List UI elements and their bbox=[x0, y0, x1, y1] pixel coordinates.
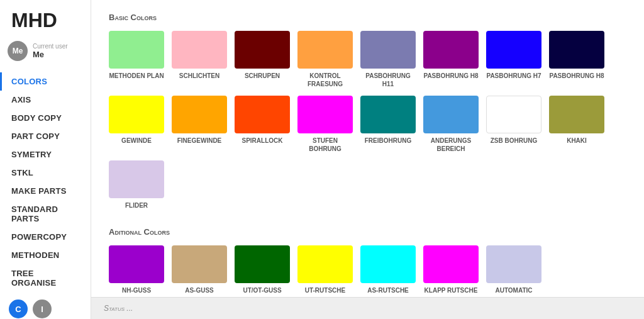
color-item-pasbohrung-h8-1[interactable]: Pasbohrung H8 bbox=[423, 31, 479, 88]
color-swatch-spirallock bbox=[235, 96, 290, 133]
color-item-flider[interactable]: Flider bbox=[109, 160, 164, 210]
color-item-kontrol-fraesung[interactable]: Kontrol Fraesung bbox=[297, 31, 353, 88]
sidebar-item-part-copy[interactable]: Part Copy bbox=[0, 127, 91, 145]
color-label-pasbohrung-h7: Pasbohrung H7 bbox=[486, 72, 541, 80]
color-label-freibohrung: Freibohrung bbox=[365, 137, 411, 145]
color-swatch-kontrol-fraesung bbox=[297, 31, 353, 69]
color-item-freibohrung[interactable]: Freibohrung bbox=[360, 96, 416, 153]
color-label-finegewinde: Finegewinde bbox=[177, 137, 222, 145]
color-swatch-finegewinde bbox=[172, 96, 227, 133]
color-item-automatic[interactable]: Automatic bbox=[486, 245, 541, 294]
sidebar-item-axis[interactable]: Axis bbox=[0, 91, 91, 109]
color-item-anderungs-bereich[interactable]: Anderungs Bereich bbox=[423, 96, 479, 153]
color-swatch-zsb-bohrung bbox=[486, 96, 541, 133]
color-label-klapp-rutsche: Klapp Rutsche bbox=[425, 286, 478, 294]
color-swatch-freibohrung bbox=[360, 96, 416, 133]
color-swatch-khaki bbox=[549, 96, 604, 133]
color-swatch-schlichten bbox=[172, 31, 227, 69]
color-item-pasbohrung-h7[interactable]: Pasbohrung H7 bbox=[486, 31, 541, 88]
color-item-stufen-bohrung[interactable]: Stufen Bohrung bbox=[297, 96, 353, 153]
basic-colors-grid: Methoden PlanSchlichtenSchrupenKontrol F… bbox=[109, 31, 626, 210]
nav-menu: ColorsAxisBody copyPart CopySymetrySTKLM… bbox=[0, 72, 91, 292]
sidebar-item-body-copy[interactable]: Body copy bbox=[0, 109, 91, 127]
bottom-btn-i[interactable]: I bbox=[33, 299, 52, 318]
color-label-as-rutsche: AS-Rutsche bbox=[367, 286, 409, 294]
color-label-pasbohrung-h8-1: Pasbohrung H8 bbox=[423, 72, 478, 80]
color-swatch-pasbohrung-h8-1 bbox=[423, 31, 479, 69]
color-swatch-schrupen bbox=[235, 31, 290, 69]
main-content: Basic colors Methoden PlanSchlichtenSchr… bbox=[91, 0, 644, 319]
color-label-spirallock: Spirallock bbox=[242, 137, 283, 145]
color-item-khaki[interactable]: Khaki bbox=[549, 96, 604, 153]
color-item-pasbohrung-h11[interactable]: Pasbohrung H11 bbox=[360, 31, 416, 88]
additional-colors-title: Aditional colors bbox=[109, 227, 626, 237]
basic-colors-title: Basic colors bbox=[109, 13, 626, 22]
current-user-label: Current user bbox=[33, 43, 68, 50]
color-label-ut-ot-guss: UT/OT-Guss bbox=[243, 286, 281, 294]
color-swatch-as-guss bbox=[172, 245, 227, 283]
color-item-as-rutsche[interactable]: AS-Rutsche bbox=[360, 245, 416, 294]
color-label-kontrol-fraesung: Kontrol Fraesung bbox=[297, 72, 353, 88]
color-swatch-stufen-bohrung bbox=[297, 96, 353, 133]
avatar: Me bbox=[8, 41, 28, 61]
color-label-gewinde: Gewinde bbox=[121, 137, 152, 145]
color-swatch-automatic bbox=[486, 245, 541, 283]
sidebar-item-symetry[interactable]: Symetry bbox=[0, 145, 91, 164]
color-item-schrupen[interactable]: Schrupen bbox=[235, 31, 290, 88]
color-swatch-as-rutsche bbox=[360, 245, 416, 283]
color-item-schlichten[interactable]: Schlichten bbox=[172, 31, 227, 88]
color-label-nh-guss: NH-Guss bbox=[122, 286, 151, 294]
color-label-anderungs-bereich: Anderungs Bereich bbox=[423, 137, 479, 153]
color-label-pasbohrung-h11: Pasbohrung H11 bbox=[360, 72, 416, 88]
color-label-stufen-bohrung: Stufen Bohrung bbox=[297, 137, 353, 153]
additional-colors-grid: NH-GussAS-GussUT/OT-GussUT-RutscheAS-Rut… bbox=[109, 245, 626, 294]
content-area: Basic colors Methoden PlanSchlichtenSchr… bbox=[91, 0, 644, 297]
color-item-zsb-bohrung[interactable]: ZSB Bohrung bbox=[486, 96, 541, 153]
color-label-khaki: Khaki bbox=[567, 137, 587, 145]
color-item-ut-rutsche[interactable]: UT-Rutsche bbox=[297, 245, 353, 294]
color-swatch-flider bbox=[109, 160, 164, 198]
color-swatch-klapp-rutsche bbox=[423, 245, 479, 283]
color-swatch-gewinde bbox=[109, 96, 164, 133]
color-item-klapp-rutsche[interactable]: Klapp Rutsche bbox=[423, 245, 479, 294]
sidebar-item-colors[interactable]: Colors bbox=[0, 72, 91, 91]
color-label-schrupen: Schrupen bbox=[245, 72, 280, 80]
color-item-nh-guss[interactable]: NH-Guss bbox=[109, 245, 164, 294]
bottom-btn-c[interactable]: C bbox=[9, 299, 28, 318]
color-swatch-methoden-plan bbox=[109, 31, 164, 69]
color-swatch-pasbohrung-h8-2 bbox=[549, 31, 604, 69]
color-item-finegewinde[interactable]: Finegewinde bbox=[172, 96, 227, 153]
color-swatch-anderungs-bereich bbox=[423, 96, 479, 133]
sidebar-item-standard-parts[interactable]: Standard parts bbox=[0, 200, 91, 228]
color-label-zsb-bohrung: ZSB Bohrung bbox=[491, 137, 537, 145]
color-label-as-guss: AS-Guss bbox=[185, 286, 214, 294]
color-item-as-guss[interactable]: AS-Guss bbox=[172, 245, 227, 294]
color-swatch-pasbohrung-h11 bbox=[360, 31, 416, 69]
color-item-spirallock[interactable]: Spirallock bbox=[235, 96, 290, 153]
color-label-ut-rutsche: UT-Rutsche bbox=[305, 286, 345, 294]
sidebar-bottom: C I bbox=[0, 292, 91, 319]
color-label-automatic: Automatic bbox=[495, 286, 532, 294]
user-info-section: Me Current user Me bbox=[0, 37, 91, 70]
color-label-pasbohrung-h8-2: Pasbohrung H8 bbox=[549, 72, 604, 80]
color-swatch-ut-ot-guss bbox=[235, 245, 290, 283]
sidebar-item-stkl[interactable]: STKL bbox=[0, 164, 91, 182]
color-swatch-ut-rutsche bbox=[297, 245, 353, 283]
color-swatch-pasbohrung-h7 bbox=[486, 31, 541, 69]
color-label-methoden-plan: Methoden Plan bbox=[109, 72, 164, 80]
color-label-schlichten: Schlichten bbox=[179, 72, 219, 80]
status-text: Status ... bbox=[104, 304, 133, 313]
color-item-methoden-plan[interactable]: Methoden Plan bbox=[109, 31, 164, 88]
current-user-name: Me bbox=[33, 50, 68, 59]
color-label-flider: Flider bbox=[125, 201, 148, 210]
color-item-pasbohrung-h8-2[interactable]: Pasbohrung H8 bbox=[549, 31, 604, 88]
sidebar-item-methoden[interactable]: Methoden bbox=[0, 246, 91, 264]
sidebar-item-make-parts[interactable]: Make parts bbox=[0, 182, 91, 200]
user-details: Current user Me bbox=[33, 43, 68, 59]
sidebar: MHD Me Current user Me ColorsAxisBody co… bbox=[0, 0, 91, 319]
color-item-ut-ot-guss[interactable]: UT/OT-Guss bbox=[235, 245, 290, 294]
color-item-gewinde[interactable]: Gewinde bbox=[109, 96, 164, 153]
sidebar-item-tree-organise[interactable]: Tree organise bbox=[0, 264, 91, 292]
app-logo: MHD bbox=[0, 0, 91, 37]
sidebar-item-powercopy[interactable]: Powercopy bbox=[0, 228, 91, 246]
